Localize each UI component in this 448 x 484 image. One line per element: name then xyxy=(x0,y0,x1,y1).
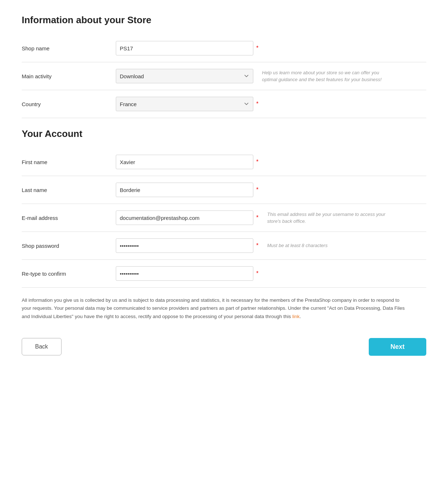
confirm-field-wrap: * xyxy=(116,266,426,281)
confirm-input[interactable] xyxy=(116,266,253,281)
shop-name-field-wrap: * xyxy=(116,41,426,55)
privacy-link-suffix: . xyxy=(300,314,301,319)
last-name-required: * xyxy=(256,187,258,193)
password-label: Shop password xyxy=(22,243,116,249)
password-input[interactable] xyxy=(116,238,253,253)
last-name-label: Last name xyxy=(22,187,116,193)
next-button[interactable]: Next xyxy=(369,338,426,356)
first-name-field-wrap: * xyxy=(116,155,426,169)
email-label: E-mail address xyxy=(22,215,116,221)
main-activity-select[interactable]: Download Fashion Electronics Food Home &… xyxy=(116,69,253,83)
first-name-label: First name xyxy=(22,159,116,165)
first-name-required: * xyxy=(256,159,258,165)
last-name-input[interactable] xyxy=(116,183,253,197)
country-label: Country xyxy=(22,101,116,107)
shop-name-label: Shop name xyxy=(22,45,116,51)
privacy-link[interactable]: link xyxy=(292,314,300,319)
shop-name-required: * xyxy=(256,45,258,51)
first-name-row: First name * xyxy=(22,148,426,176)
last-name-row: Last name * xyxy=(22,176,426,204)
country-field-wrap: France United States United Kingdom Germ… xyxy=(116,97,426,111)
password-field-wrap: * Must be at least 8 characters xyxy=(116,238,426,253)
country-row: Country France United States United King… xyxy=(22,90,426,118)
main-activity-hint: Help us learn more about your store so w… xyxy=(262,69,385,83)
confirm-row: Re-type to confirm * xyxy=(22,260,426,288)
privacy-text: All information you give us is collected… xyxy=(22,296,405,321)
last-name-field-wrap: * xyxy=(116,183,426,197)
button-row: Back Next xyxy=(22,338,426,356)
main-activity-row: Main activity Download Fashion Electroni… xyxy=(22,62,426,90)
account-section-title: Your Account xyxy=(22,128,426,139)
store-section: Shop name * Main activity Download Fashi… xyxy=(22,34,426,118)
email-hint: This email address will be your username… xyxy=(267,211,390,225)
email-input[interactable] xyxy=(116,210,253,225)
password-hint: Must be at least 8 characters xyxy=(267,242,327,249)
password-row: Shop password * Must be at least 8 chara… xyxy=(22,232,426,260)
confirm-required: * xyxy=(256,271,258,276)
privacy-text-content: All information you give us is collected… xyxy=(22,297,405,319)
first-name-input[interactable] xyxy=(116,155,253,169)
main-activity-label: Main activity xyxy=(22,73,116,79)
email-field-wrap: * This email address will be your userna… xyxy=(116,210,426,225)
main-activity-field-wrap: Download Fashion Electronics Food Home &… xyxy=(116,69,426,83)
country-select[interactable]: France United States United Kingdom Germ… xyxy=(116,97,253,111)
confirm-label: Re-type to confirm xyxy=(22,271,116,277)
account-section: First name * Last name * E-mail address … xyxy=(22,148,426,288)
store-section-title: Information about your Store xyxy=(22,14,426,26)
email-row: E-mail address * This email address will… xyxy=(22,204,426,232)
country-required: * xyxy=(256,101,258,107)
shop-name-row: Shop name * xyxy=(22,34,426,62)
email-required: * xyxy=(256,215,258,221)
password-required: * xyxy=(256,243,258,249)
back-button[interactable]: Back xyxy=(22,338,62,355)
shop-name-input[interactable] xyxy=(116,41,253,55)
